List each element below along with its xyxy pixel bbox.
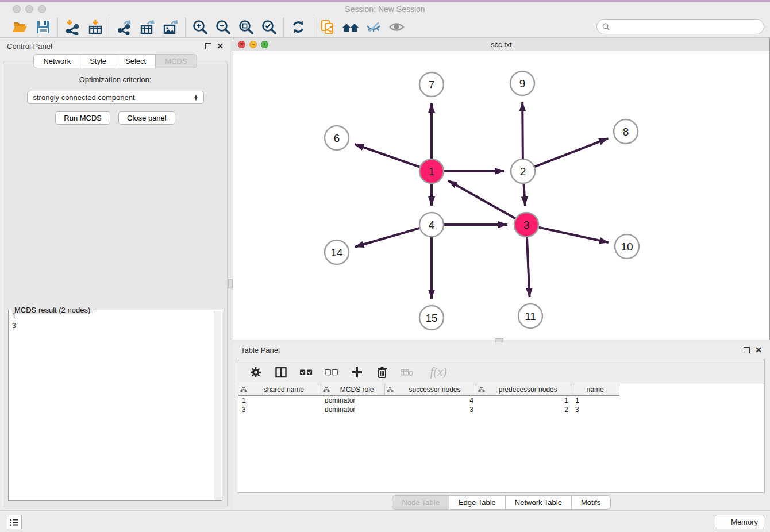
window-title: Session: New Session [0,5,770,14]
function-builder-icon[interactable]: f(x) [426,365,451,379]
tab-motifs[interactable]: Motifs [572,495,611,510]
zoom-in-icon[interactable] [191,18,209,36]
graph-node-label-4: 4 [429,219,435,231]
delete-column-icon[interactable] [375,365,389,379]
zoom-out-icon[interactable] [214,18,232,36]
table-row[interactable]: 3 dominator 3 2 3 [238,405,619,414]
tab-style[interactable]: Style [80,54,116,68]
tab-select[interactable]: Select [116,54,156,68]
show-all-icon[interactable] [387,18,406,36]
export-table-icon[interactable] [138,18,157,36]
sort-tree-icon [387,386,394,393]
network-maximize-button[interactable]: + [261,41,268,48]
graph-edge-2-9[interactable] [522,102,523,159]
graph-node-label-11: 11 [525,310,536,322]
table-panel-tabs: Node Table Edge Table Network Table Moti… [233,495,770,509]
network-graph[interactable]: 7968124314101511 [233,51,769,340]
network-close-button[interactable]: ✕ [238,41,245,48]
sort-tree-icon [478,386,485,393]
table-header-row: shared name MCDS role successor nodes pr… [238,384,619,396]
status-bar: Memory [0,510,770,532]
criterion-dropdown[interactable]: strongly connected component ▲▼ [27,91,204,104]
zoom-fit-icon[interactable] [237,18,255,36]
network-canvas[interactable]: 7968124314101511 [233,51,769,340]
graph-edge-2-3[interactable] [523,184,525,206]
column-header-predecessor-nodes[interactable]: predecessor nodes [476,384,571,395]
zoom-window-button[interactable] [38,5,46,13]
export-image-icon[interactable] [161,18,180,36]
memory-status-icon [721,519,727,525]
tab-edge-table[interactable]: Edge Table [449,495,506,510]
control-panel-title: Control Panel [7,42,52,51]
vertical-splitter-handle[interactable] [228,279,233,288]
hide-selected-icon[interactable] [364,18,383,36]
search-input[interactable] [613,21,764,33]
table-panel: Table Panel ✕ [233,342,770,510]
network-window-titlebar: ✕ − + scc.txt [233,38,769,51]
mcds-result-list: 1 3 [12,311,213,499]
settings-gear-icon[interactable] [249,365,263,379]
delete-table-icon[interactable] [401,365,414,379]
optimization-criterion-label: Optimization criterion: [3,75,227,84]
export-network-icon[interactable] [116,18,134,36]
tab-node-table[interactable]: Node Table [392,495,449,510]
table-row[interactable]: 1 dominator 4 1 1 [238,396,619,405]
column-header-mcds-role[interactable]: MCDS role [321,384,385,395]
run-mcds-button[interactable]: Run MCDS [55,111,110,125]
criterion-value: strongly connected component [33,93,194,102]
network-minimize-button[interactable]: − [249,41,257,48]
save-session-icon[interactable] [34,18,52,36]
tab-network[interactable]: Network [33,54,80,68]
mcds-result-box: MCDS result (2 nodes) 1 3 [8,310,222,501]
sort-tree-icon [240,386,247,393]
memory-button[interactable]: Memory [715,515,764,529]
float-panel-icon[interactable] [205,43,211,49]
task-history-button[interactable] [7,515,22,529]
graph-edge-3-10[interactable] [538,228,608,242]
table-panel-title: Table Panel [241,346,280,354]
column-header-successor-nodes[interactable]: successor nodes [385,384,477,395]
list-icon [10,518,19,526]
graph-node-label-14: 14 [330,246,343,259]
graph-edge-1-6[interactable] [355,144,419,167]
close-panel-icon[interactable]: ✕ [217,42,224,50]
graph-node-label-15: 15 [425,312,437,324]
graph-edge-3-1[interactable] [448,180,515,218]
sort-tree-icon [323,386,330,393]
zoom-selected-icon[interactable] [260,18,278,36]
clone-network-icon[interactable] [318,18,337,36]
graph-node-label-10: 10 [621,241,633,253]
import-network-icon[interactable] [63,18,82,36]
search-field[interactable] [596,19,764,34]
home-icon[interactable] [341,18,360,36]
minimize-window-button[interactable] [25,5,33,13]
table-content: f(x) shared name MCDS role successor nod… [238,360,765,493]
tab-mcds[interactable]: MCDS [156,54,197,68]
graph-node-label-7: 7 [429,79,435,91]
close-table-panel-icon[interactable]: ✕ [755,346,762,354]
search-icon [602,22,610,31]
column-header-shared-name[interactable]: shared name [238,384,321,395]
horizontal-splitter-handle[interactable] [495,338,503,342]
column-header-name[interactable]: name [571,384,619,395]
import-table-icon[interactable] [86,18,105,36]
result-scrollbar[interactable] [214,311,221,500]
graph-edge-4-14[interactable] [355,228,419,247]
column-selector-icon[interactable] [274,365,288,379]
graph-edge-3-11[interactable] [527,237,530,297]
window-traffic-lights[interactable] [13,5,46,13]
close-panel-button[interactable]: Close panel [118,111,175,125]
deselect-all-checkboxes-icon[interactable] [325,365,338,379]
graph-edge-2-8[interactable] [535,138,609,167]
refresh-icon[interactable] [289,18,307,36]
select-all-checkboxes-icon[interactable] [299,365,313,379]
close-window-button[interactable] [13,5,21,13]
table-toolbar: f(x) [238,360,764,384]
graph-node-label-9: 9 [519,78,526,90]
graph-node-label-3: 3 [523,219,530,231]
float-table-panel-icon[interactable] [744,347,750,353]
open-session-icon[interactable] [11,18,29,36]
tab-network-table[interactable]: Network Table [506,495,572,510]
add-column-icon[interactable] [350,365,364,379]
graph-node-label-2: 2 [520,165,526,178]
